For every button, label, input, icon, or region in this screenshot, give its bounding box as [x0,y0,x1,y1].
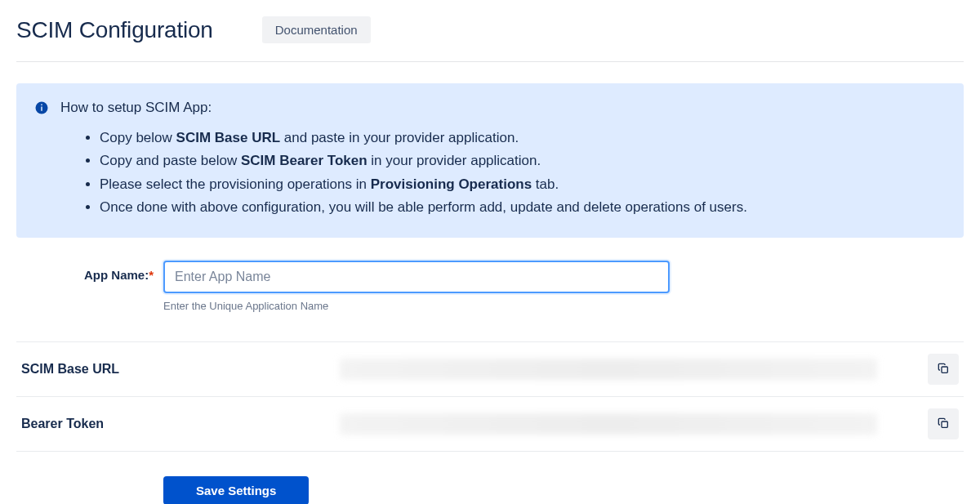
info-item: Copy below SCIM Base URL and paste in yo… [100,127,946,149]
info-text: Copy below [100,130,176,145]
app-name-helper: Enter the Unique Application Name [163,300,964,312]
info-text: in your provider application. [368,153,541,168]
info-text: Please select the provisioning operation… [100,176,371,192]
info-item: Copy and paste below SCIM Bearer Token i… [100,150,946,172]
info-text: tab. [532,176,559,192]
copy-icon [937,417,950,432]
scim-base-url-value [340,359,910,380]
required-marker: * [149,268,154,282]
svg-rect-2 [41,105,42,106]
bearer-token-value [340,413,910,435]
documentation-button[interactable]: Documentation [262,16,371,43]
info-text: Once done with above configuration, you … [100,199,747,215]
app-name-label: App Name:* [16,261,163,282]
svg-rect-1 [41,107,42,111]
info-list: Copy below SCIM Base URL and paste in yo… [34,127,946,218]
svg-rect-3 [942,367,947,372]
bearer-token-label: Bearer Token [21,417,340,431]
info-bold: SCIM Bearer Token [241,153,368,168]
info-heading: How to setup SCIM App: [60,100,212,116]
copy-icon [937,362,950,377]
info-item: Please select the provisioning operation… [100,174,946,195]
page-title: SCIM Configuration [16,17,213,43]
svg-rect-4 [942,421,947,427]
scim-base-url-label: SCIM Base URL [21,362,340,377]
info-item: Once done with above configuration, you … [100,197,946,218]
copy-bearer-token-button[interactable] [928,408,959,439]
info-icon [34,100,49,115]
app-name-input[interactable] [163,261,670,293]
info-panel: How to setup SCIM App: Copy below SCIM B… [16,83,964,238]
save-settings-button[interactable]: Save Settings [163,476,309,504]
info-text: Copy and paste below [100,153,241,168]
info-bold: SCIM Base URL [176,130,281,145]
info-text: and paste in your provider application. [280,130,519,145]
info-bold: Provisioning Operations [371,176,532,192]
copy-base-url-button[interactable] [928,354,959,385]
